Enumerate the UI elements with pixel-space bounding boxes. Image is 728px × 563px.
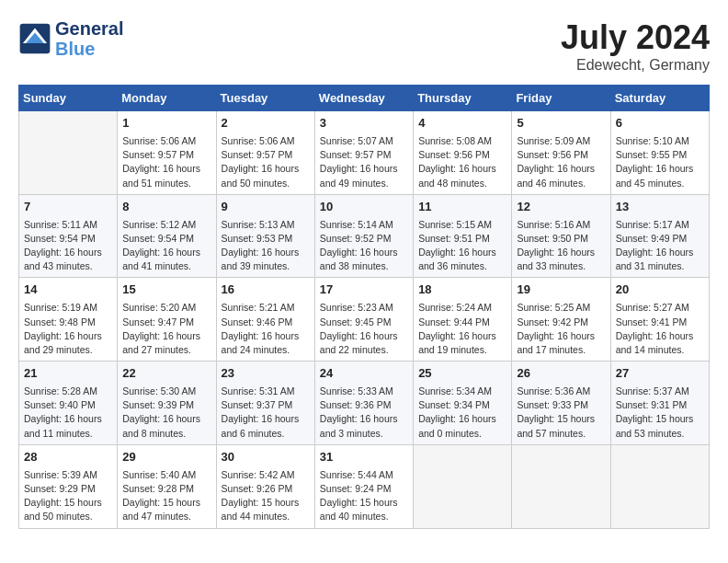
- weekday-header-row: SundayMondayTuesdayWednesdayThursdayFrid…: [19, 86, 710, 111]
- title-block: July 2024 Edewecht, Germany: [561, 18, 710, 74]
- page-header: General Blue July 2024 Edewecht, Germany: [18, 18, 710, 74]
- calendar-cell: 5Sunrise: 5:09 AMSunset: 9:56 PMDaylight…: [512, 111, 610, 195]
- day-info: Sunrise: 5:28 AMSunset: 9:40 PMDaylight:…: [24, 385, 112, 441]
- calendar-cell: 19Sunrise: 5:25 AMSunset: 9:42 PMDayligh…: [512, 278, 610, 362]
- calendar-body: 1Sunrise: 5:06 AMSunset: 9:57 PMDaylight…: [19, 111, 710, 529]
- day-info: Sunrise: 5:11 AMSunset: 9:54 PMDaylight:…: [24, 218, 112, 274]
- day-info: Sunrise: 5:42 AMSunset: 9:26 PMDaylight:…: [222, 468, 310, 524]
- day-number: 8: [122, 199, 210, 216]
- logo: General Blue: [18, 18, 123, 59]
- day-info: Sunrise: 5:34 AMSunset: 9:34 PMDaylight:…: [418, 385, 506, 441]
- day-number: 15: [122, 282, 210, 299]
- day-info: Sunrise: 5:17 AMSunset: 9:49 PMDaylight:…: [616, 218, 704, 274]
- weekday-header-wednesday: Wednesday: [314, 86, 413, 111]
- calendar-cell: 1Sunrise: 5:06 AMSunset: 9:57 PMDaylight…: [118, 111, 216, 195]
- day-number: 26: [517, 365, 605, 383]
- day-number: 18: [418, 282, 506, 299]
- day-info: Sunrise: 5:36 AMSunset: 9:33 PMDaylight:…: [517, 385, 605, 441]
- weekday-header-tuesday: Tuesday: [216, 86, 314, 111]
- day-info: Sunrise: 5:33 AMSunset: 9:36 PMDaylight:…: [320, 385, 408, 441]
- logo-text-line2: Blue: [55, 39, 123, 59]
- calendar-week-row: 21Sunrise: 5:28 AMSunset: 9:40 PMDayligh…: [19, 362, 710, 445]
- day-number: 2: [222, 115, 310, 132]
- calendar-header: SundayMondayTuesdayWednesdayThursdayFrid…: [19, 86, 710, 111]
- day-number: 28: [24, 449, 112, 466]
- day-number: 22: [122, 365, 210, 383]
- day-number: 24: [320, 365, 408, 383]
- weekday-header-friday: Friday: [512, 86, 610, 111]
- calendar-cell: 30Sunrise: 5:42 AMSunset: 9:26 PMDayligh…: [216, 444, 314, 528]
- day-number: 14: [24, 282, 112, 299]
- day-number: 12: [517, 199, 605, 216]
- day-number: 27: [616, 365, 704, 383]
- calendar-cell: [610, 444, 709, 528]
- day-number: 6: [616, 115, 704, 132]
- calendar-cell: 24Sunrise: 5:33 AMSunset: 9:36 PMDayligh…: [314, 362, 413, 445]
- calendar-cell: 20Sunrise: 5:27 AMSunset: 9:41 PMDayligh…: [610, 278, 709, 362]
- day-number: 4: [418, 115, 506, 132]
- day-number: 23: [222, 365, 310, 383]
- calendar-cell: 6Sunrise: 5:10 AMSunset: 9:55 PMDaylight…: [610, 111, 709, 195]
- day-info: Sunrise: 5:16 AMSunset: 9:50 PMDaylight:…: [517, 218, 605, 274]
- day-info: Sunrise: 5:31 AMSunset: 9:37 PMDaylight:…: [222, 385, 310, 441]
- day-info: Sunrise: 5:14 AMSunset: 9:52 PMDaylight:…: [320, 218, 408, 274]
- day-number: 7: [24, 199, 112, 216]
- day-info: Sunrise: 5:08 AMSunset: 9:56 PMDaylight:…: [418, 134, 506, 190]
- day-number: 16: [222, 282, 310, 299]
- calendar-cell: 13Sunrise: 5:17 AMSunset: 9:49 PMDayligh…: [610, 194, 709, 278]
- day-number: 10: [320, 199, 408, 216]
- day-info: Sunrise: 5:23 AMSunset: 9:45 PMDaylight:…: [320, 301, 408, 357]
- calendar-cell: 15Sunrise: 5:20 AMSunset: 9:47 PMDayligh…: [118, 278, 216, 362]
- day-number: 9: [222, 199, 310, 216]
- day-number: 25: [418, 365, 506, 383]
- day-info: Sunrise: 5:09 AMSunset: 9:56 PMDaylight:…: [517, 134, 605, 190]
- weekday-header-saturday: Saturday: [610, 86, 709, 111]
- calendar-cell: 23Sunrise: 5:31 AMSunset: 9:37 PMDayligh…: [216, 362, 314, 445]
- calendar-cell: 31Sunrise: 5:44 AMSunset: 9:24 PMDayligh…: [314, 444, 413, 528]
- calendar-cell: 29Sunrise: 5:40 AMSunset: 9:28 PMDayligh…: [118, 444, 216, 528]
- calendar-cell: 21Sunrise: 5:28 AMSunset: 9:40 PMDayligh…: [19, 362, 118, 445]
- weekday-header-thursday: Thursday: [414, 86, 512, 111]
- day-info: Sunrise: 5:24 AMSunset: 9:44 PMDaylight:…: [418, 301, 506, 357]
- weekday-header-sunday: Sunday: [19, 86, 118, 111]
- calendar-cell: 8Sunrise: 5:12 AMSunset: 9:54 PMDaylight…: [118, 194, 216, 278]
- day-info: Sunrise: 5:40 AMSunset: 9:28 PMDaylight:…: [122, 468, 210, 524]
- calendar-cell: 28Sunrise: 5:39 AMSunset: 9:29 PMDayligh…: [19, 444, 118, 528]
- day-info: Sunrise: 5:06 AMSunset: 9:57 PMDaylight:…: [222, 134, 310, 190]
- day-number: 31: [320, 449, 408, 466]
- day-info: Sunrise: 5:13 AMSunset: 9:53 PMDaylight:…: [222, 218, 310, 274]
- calendar-cell: 7Sunrise: 5:11 AMSunset: 9:54 PMDaylight…: [19, 194, 118, 278]
- day-number: 5: [517, 115, 605, 132]
- day-info: Sunrise: 5:44 AMSunset: 9:24 PMDaylight:…: [320, 468, 408, 524]
- calendar-week-row: 1Sunrise: 5:06 AMSunset: 9:57 PMDaylight…: [19, 111, 710, 195]
- day-info: Sunrise: 5:25 AMSunset: 9:42 PMDaylight:…: [517, 301, 605, 357]
- logo-text-line1: General: [55, 18, 123, 39]
- month-year-title: July 2024: [561, 18, 710, 57]
- day-info: Sunrise: 5:15 AMSunset: 9:51 PMDaylight:…: [418, 218, 506, 274]
- day-number: 1: [122, 115, 210, 132]
- calendar-cell: 2Sunrise: 5:06 AMSunset: 9:57 PMDaylight…: [216, 111, 314, 195]
- calendar-cell: [19, 111, 118, 195]
- day-number: 30: [222, 449, 310, 466]
- day-info: Sunrise: 5:21 AMSunset: 9:46 PMDaylight:…: [222, 301, 310, 357]
- calendar-cell: 26Sunrise: 5:36 AMSunset: 9:33 PMDayligh…: [512, 362, 610, 445]
- day-number: 11: [418, 199, 506, 216]
- day-number: 21: [24, 365, 112, 383]
- calendar-cell: [414, 444, 512, 528]
- calendar-cell: 27Sunrise: 5:37 AMSunset: 9:31 PMDayligh…: [610, 362, 709, 445]
- day-number: 3: [320, 115, 408, 132]
- day-info: Sunrise: 5:10 AMSunset: 9:55 PMDaylight:…: [616, 134, 704, 190]
- calendar-cell: 3Sunrise: 5:07 AMSunset: 9:57 PMDaylight…: [314, 111, 413, 195]
- location-subtitle: Edewecht, Germany: [561, 57, 710, 74]
- calendar-cell: 18Sunrise: 5:24 AMSunset: 9:44 PMDayligh…: [414, 278, 512, 362]
- day-number: 20: [616, 282, 704, 299]
- logo-icon: [18, 22, 51, 55]
- day-info: Sunrise: 5:07 AMSunset: 9:57 PMDaylight:…: [320, 134, 408, 190]
- calendar-week-row: 7Sunrise: 5:11 AMSunset: 9:54 PMDaylight…: [19, 194, 710, 278]
- calendar-week-row: 28Sunrise: 5:39 AMSunset: 9:29 PMDayligh…: [19, 444, 710, 528]
- day-info: Sunrise: 5:06 AMSunset: 9:57 PMDaylight:…: [122, 134, 210, 190]
- calendar-cell: 17Sunrise: 5:23 AMSunset: 9:45 PMDayligh…: [314, 278, 413, 362]
- calendar-cell: 16Sunrise: 5:21 AMSunset: 9:46 PMDayligh…: [216, 278, 314, 362]
- day-number: 17: [320, 282, 408, 299]
- day-info: Sunrise: 5:37 AMSunset: 9:31 PMDaylight:…: [616, 385, 704, 441]
